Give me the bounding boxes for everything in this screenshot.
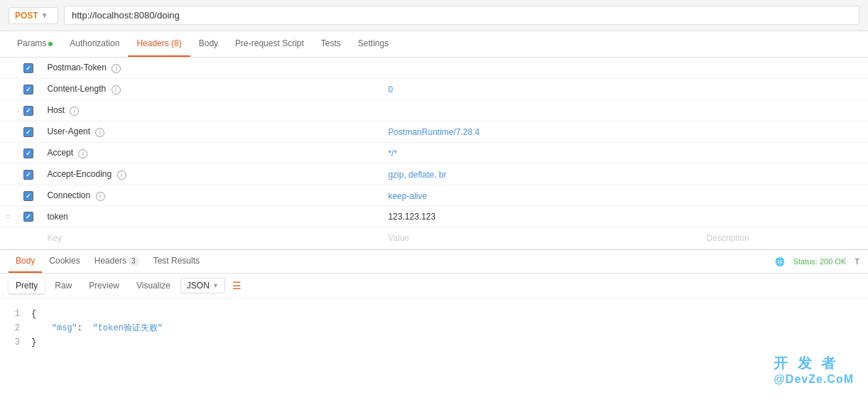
header-description xyxy=(701,121,868,143)
header-description xyxy=(701,143,868,164)
checkbox-cell[interactable] xyxy=(16,58,41,79)
wrap-icon[interactable]: ☰ xyxy=(228,279,246,293)
url-input[interactable] xyxy=(64,6,859,25)
info-icon[interactable]: i xyxy=(96,192,105,201)
format-selector[interactable]: JSON ▼ xyxy=(180,278,225,293)
header-key: User-Agent i xyxy=(41,121,382,143)
checkbox[interactable] xyxy=(23,106,33,116)
placeholder-row[interactable]: Key Value Description xyxy=(0,227,868,249)
code-line-3: 3 } xyxy=(6,335,862,350)
checkbox-cell[interactable] xyxy=(16,185,41,207)
tab-pre-request-script[interactable]: Pre-request Script xyxy=(227,31,313,57)
tab-body[interactable]: Body xyxy=(190,31,227,57)
params-dot xyxy=(48,42,53,46)
response-status-area: 🌐 Status: 200 OK T xyxy=(775,257,859,266)
value-placeholder[interactable]: Value xyxy=(382,227,700,249)
tab-params[interactable]: Params xyxy=(9,31,61,57)
header-value: 0 xyxy=(382,79,700,100)
checkbox[interactable] xyxy=(23,170,33,180)
checkbox[interactable] xyxy=(23,85,33,94)
checkbox-cell[interactable] xyxy=(16,164,41,185)
info-icon[interactable]: i xyxy=(112,64,121,73)
checkbox-cell[interactable] xyxy=(16,121,41,143)
globe-icon: 🌐 xyxy=(775,257,785,266)
code-line-1: 1 { xyxy=(6,307,862,321)
header-value: 123.123.123 xyxy=(382,207,700,227)
url-bar: POST ▼ xyxy=(0,0,868,31)
key-placeholder[interactable]: Key xyxy=(41,227,382,249)
raw-button[interactable]: Raw xyxy=(48,278,79,293)
chevron-down-icon: ▼ xyxy=(212,282,219,289)
drag-handle[interactable]: = xyxy=(0,207,16,227)
header-key: Accept i xyxy=(41,143,382,164)
line-number: 1 xyxy=(6,307,20,321)
tab-headers[interactable]: Headers (8) xyxy=(128,31,190,57)
info-icon[interactable]: i xyxy=(112,85,121,94)
header-description xyxy=(701,207,868,227)
tab-settings[interactable]: Settings xyxy=(349,31,397,57)
header-key: Accept-Encoding i xyxy=(41,164,382,185)
line-number: 3 xyxy=(6,335,20,350)
line-number: 2 xyxy=(6,321,20,335)
header-key: Content-Length i xyxy=(41,79,382,100)
headers-badge: 3 xyxy=(128,256,139,266)
header-value: PostmanRuntime/7.28.4 xyxy=(382,121,700,143)
checkbox[interactable] xyxy=(23,127,33,137)
header-value: */* xyxy=(382,143,700,164)
method-selector[interactable]: POST ▼ xyxy=(9,7,58,24)
status-badge: Status: 200 OK xyxy=(793,257,847,266)
resp-tab-body[interactable]: Body xyxy=(9,250,42,273)
format-label: JSON xyxy=(187,281,210,291)
header-value xyxy=(382,58,700,79)
table-row: Host i xyxy=(0,100,868,121)
header-description xyxy=(701,164,868,185)
checkbox[interactable] xyxy=(23,212,33,222)
visualize-button[interactable]: Visualize xyxy=(129,278,178,293)
table-row: Accept-Encoding i gzip, deflate, br xyxy=(0,164,868,185)
response-tabs-bar: Body Cookies Headers3 Test Results 🌐 Sta… xyxy=(0,249,868,274)
time-label: T xyxy=(855,257,859,266)
request-tabs: Params Authorization Headers (8) Body Pr… xyxy=(0,31,868,58)
code-content: "msg": "token验证失败" xyxy=(31,321,163,335)
headers-section: Postman-Token i Content-Length i 0 Host xyxy=(0,58,868,249)
preview-button[interactable]: Preview xyxy=(82,278,126,293)
resp-tab-test-results[interactable]: Test Results xyxy=(146,250,207,273)
checkbox[interactable] xyxy=(23,148,33,158)
resp-tab-resp-headers[interactable]: Headers3 xyxy=(87,250,146,273)
tab-authorization[interactable]: Authorization xyxy=(61,31,128,57)
header-key: Postman-Token i xyxy=(41,58,382,79)
header-value: gzip, deflate, br xyxy=(382,164,700,185)
info-icon[interactable]: i xyxy=(78,149,87,158)
checkbox-cell[interactable] xyxy=(16,143,41,164)
header-description xyxy=(701,100,868,121)
checkbox-cell[interactable] xyxy=(16,79,41,100)
table-row: Content-Length i 0 xyxy=(0,79,868,100)
chevron-down-icon: ▼ xyxy=(41,11,48,19)
headers-table: Postman-Token i Content-Length i 0 Host xyxy=(0,58,868,249)
checkbox[interactable] xyxy=(23,63,33,73)
header-description xyxy=(701,79,868,100)
header-description xyxy=(701,58,868,79)
table-row: User-Agent i PostmanRuntime/7.28.4 xyxy=(0,121,868,143)
header-value: keep-alive xyxy=(382,185,700,207)
code-content: } xyxy=(31,335,36,350)
code-content: { xyxy=(31,307,36,321)
header-key: token xyxy=(41,207,382,227)
response-toolbar: Pretty Raw Preview Visualize JSON ▼ ☰ xyxy=(0,274,868,298)
resp-tab-cookies[interactable]: Cookies xyxy=(42,250,87,273)
header-key: Connection i xyxy=(41,185,382,207)
description-placeholder[interactable]: Description xyxy=(701,227,868,249)
method-label: POST xyxy=(15,11,38,21)
info-icon[interactable]: i xyxy=(117,171,126,180)
info-icon[interactable]: i xyxy=(95,128,104,137)
table-row: Postman-Token i xyxy=(0,58,868,79)
tab-tests[interactable]: Tests xyxy=(313,31,349,57)
checkbox-cell[interactable] xyxy=(16,100,41,121)
checkbox-cell[interactable] xyxy=(16,207,41,227)
checkbox[interactable] xyxy=(23,191,33,201)
header-value xyxy=(382,100,700,121)
pretty-button[interactable]: Pretty xyxy=(9,278,45,293)
table-row: Accept i */* xyxy=(0,143,868,164)
info-icon[interactable]: i xyxy=(70,107,79,116)
code-line-2: 2 "msg": "token验证失败" xyxy=(6,321,862,335)
